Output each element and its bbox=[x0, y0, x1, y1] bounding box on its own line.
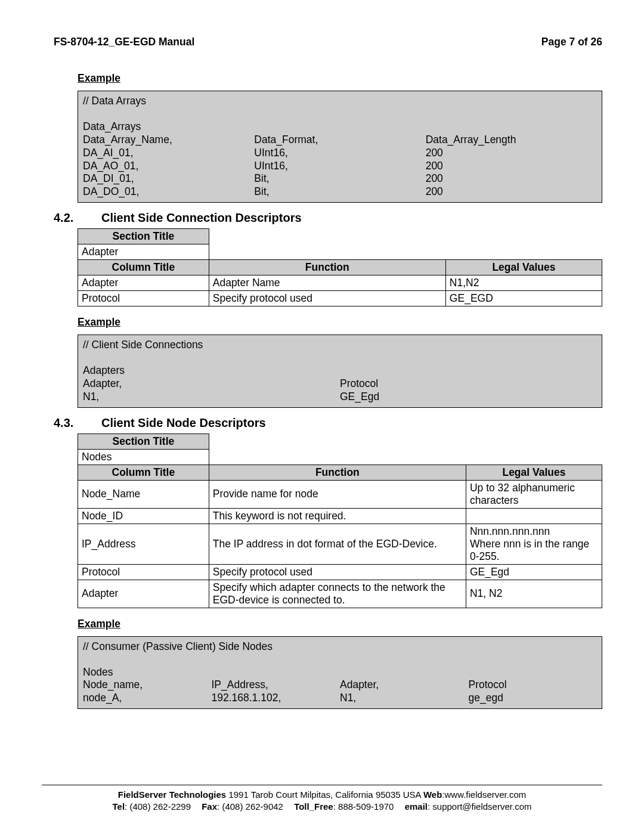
code-declare: Data_Arrays bbox=[83, 120, 597, 134]
example-box-data-arrays: // Data Arrays Data_Arrays Data_Array_Na… bbox=[78, 91, 602, 203]
footer-email-value: : support@fieldserver.com bbox=[428, 801, 531, 812]
code-comment: // Data Arrays bbox=[83, 95, 597, 108]
code-row: DA_AO_01, UInt16, 200 bbox=[83, 160, 597, 173]
code-row: DA_DI_01, Bit, 200 bbox=[83, 172, 597, 185]
footer-tel-label: Tel bbox=[113, 801, 125, 812]
table-row: Protocol Specify protocol used GE_EGD bbox=[78, 291, 602, 306]
footer-email-label: email bbox=[405, 801, 428, 812]
footer-company: FieldServer Technologies bbox=[118, 789, 226, 800]
code-declare: Adapters bbox=[83, 364, 597, 377]
th-function: Function bbox=[209, 465, 466, 480]
footer-fax-value: : (408) 262-9042 bbox=[217, 801, 283, 812]
table-connection-descriptors: Section Title Adapter Column Title Funct… bbox=[78, 228, 602, 306]
th-column-title: Column Title bbox=[78, 260, 209, 275]
code-row: DA_AI_01, UInt16, 200 bbox=[83, 147, 597, 160]
th-function: Function bbox=[209, 260, 445, 275]
table-row: Adapter Adapter Name N1,N2 bbox=[78, 275, 602, 291]
manual-title: FS-8704-12_GE-EGD Manual bbox=[54, 36, 194, 48]
example-label-2: Example bbox=[78, 316, 602, 329]
code-row: DA_DO_01, Bit, 200 bbox=[83, 185, 597, 199]
section-title-value: Adapter bbox=[78, 244, 209, 260]
section-heading-4-2: 4.2. Client Side Connection Descriptors bbox=[54, 211, 602, 225]
table-row: Protocol Specify protocol used GE_Egd bbox=[78, 564, 602, 580]
code-comment: // Consumer (Passive Client) Side Nodes bbox=[83, 640, 597, 654]
footer-address: 1991 Tarob Court Milpitas, California 95… bbox=[226, 789, 423, 800]
page-header: FS-8704-12_GE-EGD Manual Page 7 of 26 bbox=[54, 36, 602, 48]
table-node-descriptors: Section Title Nodes Column Title Functio… bbox=[78, 433, 602, 608]
th-legal-values: Legal Values bbox=[466, 465, 602, 480]
example-box-consumer-nodes: // Consumer (Passive Client) Side Nodes … bbox=[78, 636, 602, 710]
example-box-client-connections: // Client Side Connections Adapters Adap… bbox=[78, 335, 602, 408]
code-header-row: Adapter, Protocol bbox=[83, 377, 597, 391]
page-footer: FieldServer Technologies 1991 Tarob Cour… bbox=[42, 785, 602, 813]
code-row: node_A, 192.168.1.102, N1, ge_egd bbox=[83, 692, 597, 705]
footer-tollfree-value: : 888-509-1970 bbox=[333, 801, 394, 812]
footer-fax-label: Fax bbox=[202, 801, 217, 812]
code-header-row: Data_Array_Name, Data_Format, Data_Array… bbox=[83, 134, 597, 147]
code-declare: Nodes bbox=[83, 666, 597, 679]
footer-web-value: :www.fieldserver.com bbox=[442, 789, 526, 800]
th-column-title: Column Title bbox=[78, 465, 209, 480]
th-legal-values: Legal Values bbox=[445, 260, 602, 275]
table-row: IP_Address The IP address in dot format … bbox=[78, 524, 602, 564]
page-number: Page 7 of 26 bbox=[541, 36, 602, 48]
table-row: Adapter Specify which adapter connects t… bbox=[78, 580, 602, 608]
th-section-title: Section Title bbox=[78, 229, 209, 244]
example-label-3: Example bbox=[78, 618, 602, 630]
footer-tollfree-label: Toll_Free bbox=[294, 801, 333, 812]
th-section-title: Section Title bbox=[78, 433, 209, 449]
code-header-row: Node_name, IP_Address, Adapter, Protocol bbox=[83, 679, 597, 692]
code-comment: // Client Side Connections bbox=[83, 339, 597, 352]
footer-tel-value: : (408) 262-2299 bbox=[125, 801, 191, 812]
footer-web-label: Web bbox=[423, 789, 442, 800]
example-label-1: Example bbox=[78, 72, 602, 85]
section-title-value: Nodes bbox=[78, 449, 209, 465]
table-row: Node_ID This keyword is not required. bbox=[78, 508, 602, 524]
section-heading-4-3: 4.3. Client Side Node Descriptors bbox=[54, 416, 602, 430]
code-row: N1, GE_Egd bbox=[83, 391, 597, 404]
table-row: Node_Name Provide name for node Up to 32… bbox=[78, 480, 602, 508]
